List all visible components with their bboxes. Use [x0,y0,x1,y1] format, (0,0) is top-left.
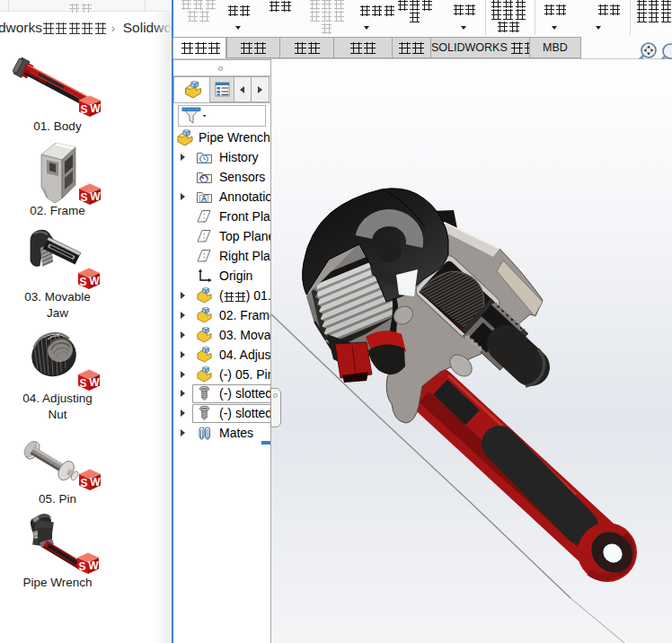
svg-text:A: A [201,194,207,203]
